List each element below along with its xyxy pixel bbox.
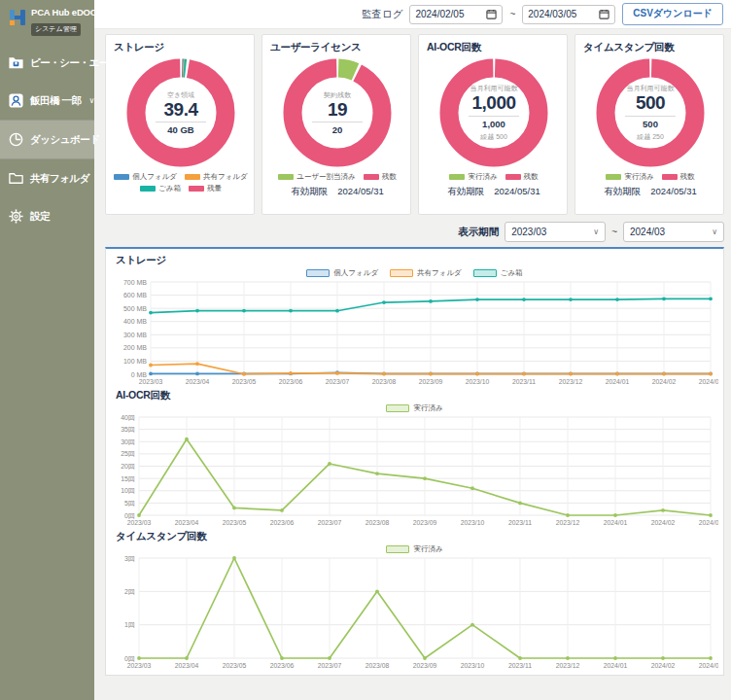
- period-separator: ~: [611, 227, 617, 237]
- donut-value: 19: [328, 100, 347, 121]
- svg-text:3回: 3回: [124, 555, 135, 563]
- svg-text:2023/12: 2023/12: [559, 378, 583, 385]
- svg-text:2023/05: 2023/05: [223, 662, 247, 669]
- period-label: 表示期間: [458, 226, 499, 239]
- dashboard-content: ストレージ 空き領域 39.4 40 GB 個人フォルダ: [94, 29, 731, 700]
- donut-legend: 実行済み 残数: [583, 172, 717, 182]
- legend-swatch: [185, 174, 200, 180]
- ai-ocr-card: AI-OCR回数 当月利用可能数 1,000 1,000 繰越 500 実行済み: [418, 34, 568, 215]
- legend-item[interactable]: ユーザー割当済み: [278, 172, 356, 182]
- legend-item[interactable]: ごみ箱: [140, 184, 181, 193]
- app-title: PCA Hub eDOC: [31, 7, 96, 18]
- sidebar-item-tenant[interactable]: ピー・シー・エー: [0, 44, 94, 82]
- legend-item[interactable]: 実行済み: [386, 544, 442, 554]
- svg-text:500 MB: 500 MB: [123, 305, 147, 312]
- chevron-down-icon: ∨: [593, 228, 599, 236]
- svg-text:2023/10: 2023/10: [461, 519, 485, 526]
- storage-card: ストレージ 空き領域 39.4 40 GB 個人フォルダ: [105, 34, 255, 215]
- chevron-down-icon: ∨: [88, 96, 94, 105]
- card-title: ストレージ: [114, 41, 248, 54]
- legend-swatch: [473, 269, 497, 277]
- period-from-select[interactable]: 2023/03 ∨: [505, 222, 606, 242]
- legend-item[interactable]: 残数: [505, 172, 539, 182]
- svg-text:600 MB: 600 MB: [123, 292, 147, 298]
- legend-item[interactable]: 共有フォルダ: [390, 268, 462, 278]
- timestamp-line-chart: 3回2回1回0回2023/032023/042023/052023/062023…: [116, 555, 714, 672]
- donut-subvalue: 500: [643, 119, 658, 129]
- legend-swatch: [189, 186, 204, 192]
- sidebar-item-dashboard[interactable]: ダッシュボード: [0, 120, 94, 159]
- legend-item[interactable]: 共有フォルダ: [185, 172, 248, 182]
- svg-text:2023/11: 2023/11: [508, 662, 532, 669]
- expiry-row: 有効期限2024/05/31: [427, 186, 561, 198]
- calendar-icon: [599, 9, 609, 19]
- svg-text:2024/01: 2024/01: [606, 378, 630, 385]
- legend-item[interactable]: 残数: [364, 172, 397, 182]
- svg-text:15回: 15回: [121, 475, 135, 483]
- pca-logo-icon: [8, 8, 27, 27]
- period-to-select[interactable]: 2024/03 ∨: [623, 222, 724, 242]
- svg-text:300 MB: 300 MB: [123, 332, 147, 338]
- donut-value: 1,000: [471, 93, 515, 114]
- legend-swatch: [140, 186, 156, 192]
- svg-text:2024/03: 2024/03: [699, 662, 718, 669]
- svg-text:700 MB: 700 MB: [123, 279, 147, 286]
- svg-text:2023/05: 2023/05: [223, 519, 247, 526]
- svg-text:1回: 1回: [124, 621, 135, 629]
- legend-item[interactable]: ごみ箱: [473, 268, 523, 278]
- donut-note: 繰越 250: [637, 132, 664, 142]
- legend-item[interactable]: 個人フォルダ: [114, 172, 177, 182]
- sidebar-item-shared-folder[interactable]: 共有フォルダ: [0, 159, 94, 197]
- svg-text:2023/11: 2023/11: [512, 378, 536, 385]
- svg-text:200 MB: 200 MB: [123, 344, 147, 351]
- svg-text:2023/12: 2023/12: [556, 519, 580, 526]
- svg-text:2024/03: 2024/03: [699, 519, 718, 526]
- svg-text:100 MB: 100 MB: [123, 358, 147, 365]
- storage-trend-section: ストレージ 個人フォルダ 共有フォルダ ごみ箱 700 MB600 MB500 …: [116, 254, 714, 388]
- legend-item[interactable]: 実行済み: [449, 172, 497, 182]
- donut-value: 500: [636, 93, 665, 114]
- legend-item[interactable]: 実行済み: [606, 172, 653, 182]
- legend-item[interactable]: 残数: [662, 172, 695, 182]
- storage-line-chart: 700 MB600 MB500 MB400 MB300 MB200 MB100 …: [116, 279, 714, 388]
- svg-text:2023/06: 2023/06: [279, 378, 303, 385]
- legend-swatch: [114, 174, 129, 180]
- svg-text:2023/08: 2023/08: [366, 662, 390, 669]
- chart-legend: 実行済み: [116, 544, 714, 554]
- donut-subvalue: 1,000: [482, 119, 505, 129]
- csv-download-button[interactable]: CSVダウンロード: [622, 3, 723, 25]
- gear-icon: [8, 208, 24, 225]
- sidebar-item-user[interactable]: 飯田橋 一郎 ∨: [0, 82, 94, 120]
- audit-date-to-input[interactable]: 2024/03/05: [522, 5, 615, 24]
- svg-text:2024/02: 2024/02: [652, 378, 677, 385]
- svg-text:2023/06: 2023/06: [270, 519, 295, 526]
- legend-item[interactable]: 残量: [189, 184, 222, 193]
- sidebar: PCA Hub eDOC システム管理 ピー・シー・エー: [0, 0, 94, 700]
- svg-text:2024/01: 2024/01: [604, 519, 628, 526]
- chart-title: AI-OCR回数: [116, 389, 714, 402]
- svg-text:2023/04: 2023/04: [186, 378, 210, 385]
- audit-log-label: 監査ログ: [362, 8, 403, 21]
- legend-item[interactable]: 個人フォルダ: [306, 268, 378, 278]
- svg-text:2023/09: 2023/09: [413, 519, 437, 526]
- svg-text:2024/02: 2024/02: [651, 519, 676, 526]
- chevron-down-icon: ∨: [712, 228, 717, 236]
- svg-text:2023/12: 2023/12: [556, 662, 580, 669]
- sidebar-item-settings[interactable]: 設定: [0, 197, 94, 235]
- user-license-card: ユーザーライセンス 契約残数 19 20 ユーザー割当済み: [261, 34, 411, 215]
- svg-text:2023/09: 2023/09: [413, 662, 437, 669]
- svg-text:2回: 2回: [124, 588, 135, 596]
- donut-legend: 実行済み 残数: [427, 172, 561, 182]
- svg-text:2023/08: 2023/08: [366, 519, 390, 526]
- legend-swatch: [505, 174, 521, 180]
- audit-date-from-input[interactable]: 2024/02/05: [409, 5, 503, 24]
- trend-charts-panel: ストレージ 個人フォルダ 共有フォルダ ごみ箱 700 MB600 MB500 …: [105, 247, 724, 676]
- svg-text:20回: 20回: [121, 463, 135, 471]
- legend-item[interactable]: 実行済み: [386, 403, 442, 413]
- svg-text:2024/01: 2024/01: [604, 662, 628, 669]
- top-bar: 監査ログ 2024/02/05 ~ 2024/03/05 CSVダウンロード: [94, 0, 731, 29]
- summary-cards-row: ストレージ 空き領域 39.4 40 GB 個人フォルダ: [105, 34, 724, 215]
- legend-swatch: [390, 269, 413, 277]
- folder-icon: [8, 170, 24, 187]
- card-title: ユーザーライセンス: [270, 41, 404, 54]
